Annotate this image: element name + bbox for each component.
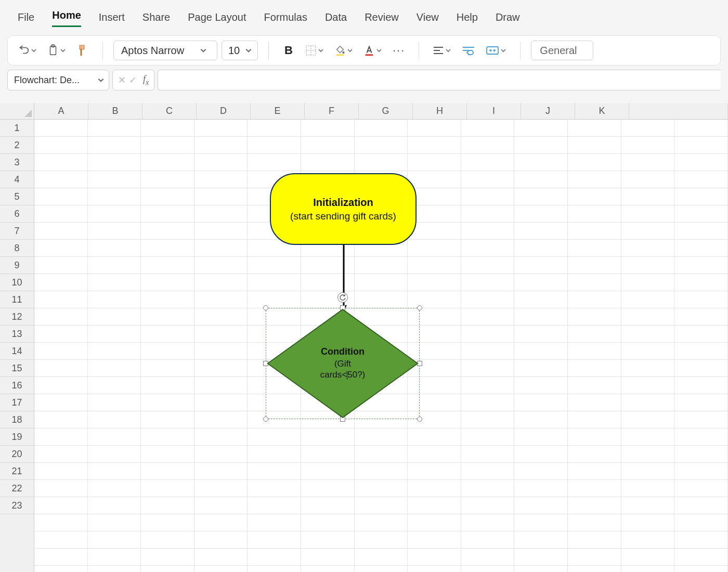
bold-button[interactable]: B xyxy=(279,41,298,60)
svg-rect-11 xyxy=(487,47,498,54)
column-header[interactable]: B xyxy=(88,103,142,119)
chevron-down-icon xyxy=(97,76,105,84)
column-header[interactable]: A xyxy=(34,103,88,119)
row-header[interactable]: 21 xyxy=(0,463,34,480)
row-header[interactable]: 18 xyxy=(0,411,34,428)
column-header[interactable]: K xyxy=(575,103,629,119)
row-header[interactable]: 19 xyxy=(0,428,34,446)
row-header[interactable]: 1 xyxy=(0,120,34,137)
row-header[interactable]: 17 xyxy=(0,394,34,411)
column-header[interactable]: D xyxy=(197,103,251,119)
font-size-select[interactable]: 10 xyxy=(222,41,258,60)
svg-rect-6 xyxy=(366,54,373,56)
row-header[interactable]: 20 xyxy=(0,446,34,463)
row-header[interactable]: 11 xyxy=(0,291,34,308)
tab-formulas[interactable]: Formulas xyxy=(264,9,307,25)
row-header[interactable]: 12 xyxy=(0,308,34,326)
ribbon-tabs: File Home Insert Share Page Layout Formu… xyxy=(0,0,728,32)
tab-home[interactable]: Home xyxy=(52,7,81,27)
column-header[interactable]: I xyxy=(467,103,521,119)
formula-bar-input[interactable] xyxy=(158,70,721,90)
undo-button[interactable] xyxy=(15,41,40,60)
spreadsheet-grid: ABCDEFGHIJK 1234567891011121314151617181… xyxy=(0,103,728,572)
column-header[interactable]: F xyxy=(305,103,359,119)
column-header[interactable]: H xyxy=(413,103,467,119)
row-header[interactable]: 4 xyxy=(0,171,34,188)
toolbar-divider xyxy=(102,42,103,59)
row-header[interactable]: 22 xyxy=(0,480,34,497)
accept-formula-button[interactable]: ✓ xyxy=(129,74,137,86)
toolbar-divider xyxy=(419,42,419,59)
number-format-value: General xyxy=(540,45,577,57)
wrap-text-button[interactable] xyxy=(459,41,478,60)
chevron-down-icon xyxy=(200,47,207,54)
row-header[interactable]: 6 xyxy=(0,205,34,223)
row-header[interactable]: 9 xyxy=(0,257,34,274)
row-header[interactable]: 15 xyxy=(0,360,34,377)
more-font-button[interactable]: ··· xyxy=(389,41,408,60)
tab-page-layout[interactable]: Page Layout xyxy=(188,9,246,25)
column-header[interactable]: C xyxy=(142,103,197,119)
number-format-select[interactable]: General xyxy=(531,41,593,60)
row-header[interactable]: 23 xyxy=(0,497,34,514)
tab-help[interactable]: Help xyxy=(457,9,478,25)
clipboard-button[interactable] xyxy=(44,41,69,60)
row-header[interactable]: 8 xyxy=(0,240,34,257)
font-size-value: 10 xyxy=(228,45,240,57)
chevron-down-icon xyxy=(245,47,252,54)
tab-view[interactable]: View xyxy=(417,9,439,25)
svg-rect-5 xyxy=(336,54,344,56)
tab-draw[interactable]: Draw xyxy=(496,9,520,25)
tab-review[interactable]: Review xyxy=(365,9,399,25)
toolbar-divider xyxy=(268,42,269,59)
cancel-formula-button[interactable]: ✕ xyxy=(118,74,126,86)
tab-data[interactable]: Data xyxy=(325,9,347,25)
font-family-value: Aptos Narrow xyxy=(121,45,184,57)
tab-file[interactable]: File xyxy=(18,9,34,25)
cells-area[interactable] xyxy=(34,120,728,572)
select-all-corner[interactable] xyxy=(0,103,34,120)
column-header[interactable]: E xyxy=(251,103,305,119)
name-box-value: Flowchart: De... xyxy=(14,75,80,86)
tab-share[interactable]: Share xyxy=(142,9,170,25)
formula-controls: ✕ ✓ fx xyxy=(112,70,154,90)
row-header[interactable]: 7 xyxy=(0,223,34,240)
column-headers: ABCDEFGHIJK xyxy=(34,103,728,120)
toolbar-divider xyxy=(520,42,521,59)
font-family-select[interactable]: Aptos Narrow xyxy=(113,41,217,60)
fill-color-button[interactable] xyxy=(331,41,356,60)
row-headers: 1234567891011121314151617181920212223 xyxy=(0,120,34,572)
column-header[interactable]: G xyxy=(359,103,413,119)
align-button[interactable] xyxy=(430,41,454,60)
fx-icon[interactable]: fx xyxy=(143,74,149,87)
font-color-button[interactable] xyxy=(360,41,385,60)
formula-row: Flowchart: De... ✕ ✓ fx xyxy=(7,70,721,90)
row-header[interactable]: 5 xyxy=(0,188,34,205)
column-header[interactable]: J xyxy=(521,103,575,119)
format-painter-button[interactable] xyxy=(73,41,92,60)
tab-insert[interactable]: Insert xyxy=(99,9,125,25)
row-header[interactable]: 3 xyxy=(0,154,34,171)
row-header[interactable]: 13 xyxy=(0,326,34,343)
toolbar: Aptos Narrow 10 B ··· xyxy=(7,35,721,66)
row-header[interactable]: 10 xyxy=(0,274,34,291)
row-header[interactable]: 14 xyxy=(0,343,34,360)
borders-button[interactable] xyxy=(302,41,327,60)
name-box[interactable]: Flowchart: De... xyxy=(7,70,109,90)
merge-button[interactable] xyxy=(483,41,510,60)
row-header[interactable]: 2 xyxy=(0,137,34,154)
row-header[interactable]: 16 xyxy=(0,377,34,394)
